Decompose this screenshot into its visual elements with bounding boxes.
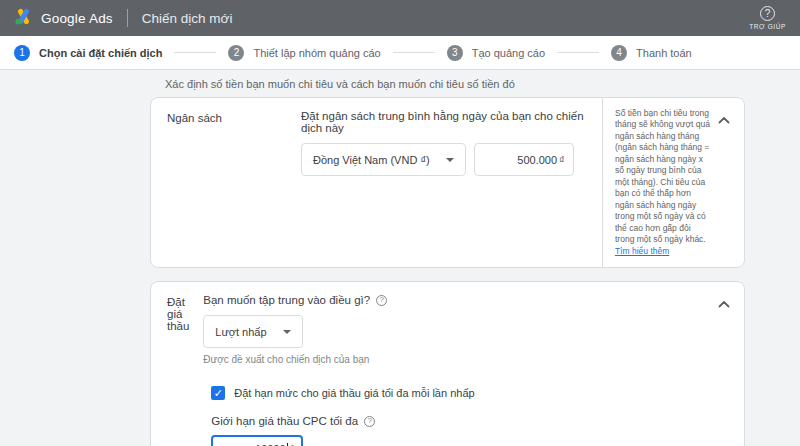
bidding-card-title: Đặt giá thầu bbox=[151, 282, 203, 446]
bidding-question: Bạn muốn tập trung vào điều gì? bbox=[203, 294, 370, 306]
step-3-badge: 3 bbox=[447, 45, 463, 61]
budget-card: Ngân sách Đặt ngân sách trung bình hằng … bbox=[150, 97, 745, 268]
currency-select[interactable]: Đồng Việt Nam (VND ₫) bbox=[301, 143, 466, 176]
caret-down-icon bbox=[283, 330, 291, 334]
step-create-ad[interactable]: 3 Tạo quảng cáo bbox=[447, 45, 545, 61]
step-4-label: Thanh toán bbox=[636, 47, 692, 59]
section-intro-text: Xác định số tiền bạn muốn chi tiêu và cá… bbox=[165, 78, 800, 90]
bidding-question-help-icon[interactable]: ? bbox=[376, 295, 387, 306]
cpc-limit-label: Giới hạn giá thầu CPC tối đa bbox=[211, 415, 358, 427]
caret-down-icon bbox=[446, 158, 454, 162]
max-cpc-limit-checkbox-row[interactable]: ✓ Đặt hạn mức cho giá thầu giá tối đa mỗ… bbox=[211, 386, 740, 400]
step-2-label: Thiết lập nhóm quảng cáo bbox=[253, 47, 380, 59]
chevron-up-icon bbox=[718, 294, 730, 312]
bidding-suggestion-text: Được đề xuất cho chiến dịch của bạn bbox=[203, 354, 740, 365]
campaign-creation-stepper: 1 Chọn cài đặt chiến dịch 2 Thiết lập nh… bbox=[0, 36, 800, 70]
brand-name: Google Ads bbox=[41, 11, 113, 26]
google-ads-logo-icon bbox=[14, 7, 33, 30]
help-icon: ? bbox=[760, 6, 775, 21]
bidding-card: Đặt giá thầu Bạn muốn tập trung vào điều… bbox=[150, 281, 745, 446]
cpc-limit-input[interactable]: 10000 ₫ bbox=[211, 435, 303, 446]
budget-card-content: Đặt ngân sách trung bình hằng ngày của b… bbox=[301, 98, 602, 267]
bidding-focus-value: Lượt nhấp bbox=[215, 326, 266, 338]
cpc-limit-help-icon[interactable]: ? bbox=[364, 416, 375, 427]
bidding-focus-select[interactable]: Lượt nhấp bbox=[203, 315, 302, 348]
learn-more-link[interactable]: Tìm hiểu thêm bbox=[615, 246, 669, 256]
step-connector bbox=[393, 52, 435, 53]
main-content: Xác định số tiền bạn muốn chi tiêu và cá… bbox=[0, 70, 800, 446]
topbar-divider bbox=[127, 9, 128, 27]
step-payment[interactable]: 4 Thanh toán bbox=[611, 45, 692, 61]
step-3-label: Tạo quảng cáo bbox=[472, 47, 545, 59]
step-1-label: Chọn cài đặt chiến dịch bbox=[39, 47, 162, 59]
checkbox-checked-icon[interactable]: ✓ bbox=[211, 386, 225, 400]
step-1-badge: 1 bbox=[14, 45, 30, 61]
daily-budget-value: 500.000 bbox=[517, 154, 557, 166]
currency-select-value: Đồng Việt Nam (VND ₫) bbox=[313, 154, 430, 166]
step-ad-group-setup[interactable]: 2 Thiết lập nhóm quảng cáo bbox=[228, 45, 380, 61]
help-button[interactable]: ? TRỢ GIÚP bbox=[749, 6, 786, 30]
step-connector bbox=[557, 52, 599, 53]
daily-budget-input[interactable]: 500.000 ₫ bbox=[474, 143, 574, 176]
help-button-label: TRỢ GIÚP bbox=[749, 23, 786, 30]
google-ads-home-link[interactable]: Google Ads bbox=[14, 7, 113, 30]
budget-question: Đặt ngân sách trung bình hằng ngày của b… bbox=[301, 110, 598, 134]
max-cpc-group: ✓ Đặt hạn mức cho giá thầu giá tối đa mỗ… bbox=[211, 386, 740, 446]
max-cpc-checkbox-label: Đặt hạn mức cho giá thầu giá tối đa mỗi … bbox=[234, 387, 474, 399]
top-app-bar: Google Ads Chiến dịch mới ? TRỢ GIÚP bbox=[0, 0, 800, 36]
step-4-badge: 4 bbox=[611, 45, 627, 61]
page-title: Chiến dịch mới bbox=[142, 11, 233, 26]
step-2-badge: 2 bbox=[228, 45, 244, 61]
budget-collapse-button[interactable] bbox=[716, 111, 732, 127]
step-campaign-settings[interactable]: 1 Chọn cài đặt chiến dịch bbox=[14, 45, 162, 61]
currency-suffix: ₫ bbox=[559, 154, 565, 166]
budget-card-title: Ngân sách bbox=[151, 98, 301, 267]
step-connector bbox=[174, 52, 216, 53]
budget-help-text: Số tiền bạn chi tiêu trong tháng sẽ khôn… bbox=[615, 108, 710, 244]
bidding-card-content: Bạn muốn tập trung vào điều gì? ? Lượt n… bbox=[203, 282, 744, 446]
chevron-up-icon bbox=[718, 110, 730, 128]
bidding-collapse-button[interactable] bbox=[716, 295, 732, 311]
